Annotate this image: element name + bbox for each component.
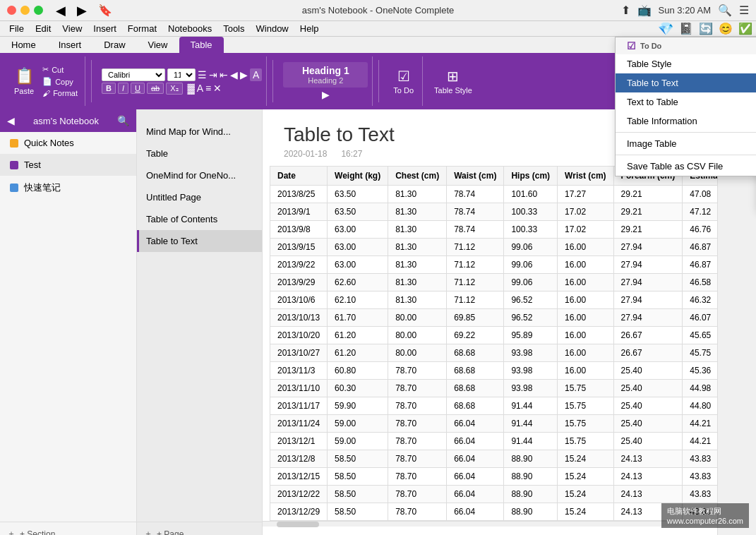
todo-group: ☑ To Do bbox=[385, 56, 423, 106]
submenu-save-csv[interactable]: Save Table as CSV File bbox=[616, 157, 756, 176]
table-cell: 69.85 bbox=[447, 309, 504, 327]
copy-button[interactable]: 📄Copy bbox=[40, 76, 80, 87]
table-cell: 88.90 bbox=[504, 450, 558, 468]
menu-file[interactable]: File bbox=[4, 21, 30, 36]
font-family-select[interactable]: Calibri bbox=[102, 68, 165, 81]
italic-button[interactable]: I bbox=[118, 83, 128, 94]
table-cell: 59.00 bbox=[328, 415, 388, 433]
maximize-button[interactable] bbox=[34, 6, 43, 15]
paste-button[interactable]: 📋 Paste bbox=[10, 64, 38, 98]
back-btn[interactable]: ◀ bbox=[56, 3, 66, 18]
data-table: Date Weight (kg) Chest (cm) Waist (cm) H… bbox=[270, 166, 717, 521]
page-item-tabletotext[interactable]: Table to Text bbox=[137, 230, 262, 252]
notebook-name: asm's Notebook bbox=[33, 116, 99, 126]
page-item-untitled[interactable]: Untitled Page bbox=[137, 186, 262, 208]
heading-expand-icon[interactable]: ▶ bbox=[322, 89, 330, 100]
subscript-button[interactable]: X₂ bbox=[166, 83, 182, 95]
share-btn[interactable]: ⬆ bbox=[621, 4, 630, 17]
table-cell: 58.50 bbox=[328, 468, 388, 486]
font-size-select[interactable]: 11 bbox=[167, 68, 196, 81]
list-icon[interactable]: ☰ bbox=[198, 69, 207, 80]
collapse-sidebar-btn[interactable]: ◀ bbox=[7, 115, 15, 126]
tab-insert[interactable]: Insert bbox=[47, 37, 93, 53]
submenu-table-info[interactable]: Table Information bbox=[616, 112, 756, 131]
table-row: 2013/9/163.5081.3078.74100.3317.0229.214… bbox=[270, 203, 718, 221]
table-cell: 24.13 bbox=[613, 486, 683, 503]
align-right-icon[interactable]: ▶ bbox=[240, 69, 248, 80]
notebook-icon[interactable]: 📓 bbox=[679, 22, 693, 35]
page-item-table[interactable]: Table bbox=[137, 143, 262, 164]
section-item-quicknotes[interactable]: Quick Notes bbox=[0, 132, 136, 154]
menu-edit[interactable]: Edit bbox=[30, 21, 56, 36]
underline-button[interactable]: U bbox=[131, 83, 145, 94]
table-cell: 17.02 bbox=[558, 221, 613, 239]
menu-notebooks[interactable]: Notebooks bbox=[162, 21, 217, 36]
font-color-btn[interactable]: A bbox=[197, 83, 203, 94]
cut-button[interactable]: ✂Cut bbox=[40, 64, 80, 75]
align-left-icon[interactable]: ◀ bbox=[230, 69, 238, 80]
sync-icon[interactable]: 🔄 bbox=[699, 22, 713, 35]
submenu-table-to-text[interactable]: Table to Text bbox=[616, 73, 756, 92]
add-page-btn[interactable]: ＋ + Page bbox=[137, 522, 262, 535]
tab-view[interactable]: View bbox=[137, 37, 179, 53]
indent-icon[interactable]: ⇥ bbox=[209, 69, 217, 80]
table-cell: 16.00 bbox=[558, 291, 613, 309]
tab-draw[interactable]: Draw bbox=[92, 37, 136, 53]
menu-help[interactable]: Help bbox=[294, 21, 325, 36]
table-submenu-outer: ☑ To Do Table Style Table to Text Text t… bbox=[615, 37, 756, 176]
align-center-btn[interactable]: ≡ bbox=[205, 83, 211, 94]
close-button[interactable] bbox=[7, 6, 16, 15]
table-style-button[interactable]: ⊞ Table Style bbox=[430, 65, 476, 97]
table-cell: 29.21 bbox=[613, 221, 683, 239]
menu-format[interactable]: Format bbox=[122, 21, 162, 36]
table-cell: 16.00 bbox=[558, 309, 613, 327]
search-icon[interactable]: 🔍 bbox=[718, 4, 732, 17]
section-label-test: Test bbox=[24, 160, 41, 170]
outdent-icon[interactable]: ⇤ bbox=[220, 69, 228, 80]
section-dot-quicknotes-cn bbox=[10, 184, 18, 192]
submenu-image-table[interactable]: Image Table bbox=[616, 134, 756, 153]
table-cell: 60.80 bbox=[328, 362, 388, 380]
heading-group: Heading 1 Heading 2 ▶ bbox=[279, 56, 373, 106]
check-icon[interactable]: ✅ bbox=[738, 22, 752, 35]
table-cell: 43.83 bbox=[683, 450, 717, 468]
submenu-table-style[interactable]: Table Style bbox=[616, 54, 756, 73]
heading-preview[interactable]: Heading 1 Heading 2 bbox=[283, 62, 368, 88]
clear-format-btn[interactable]: ✕ bbox=[213, 83, 222, 94]
forward-btn[interactable]: ▶ bbox=[77, 3, 87, 18]
search-notebook-btn[interactable]: 🔍 bbox=[117, 115, 129, 126]
page-item-toc[interactable]: Table of Contents bbox=[137, 208, 262, 230]
menu-window[interactable]: Window bbox=[251, 21, 294, 36]
add-section-btn[interactable]: ＋ + Section bbox=[0, 522, 136, 535]
tab-home[interactable]: Home bbox=[0, 37, 47, 53]
table-row: 2013/10/662.1081.3071.1296.5216.0027.944… bbox=[270, 291, 718, 309]
todo-button[interactable]: ☑ To Do bbox=[389, 65, 418, 97]
scrollbar-thumb[interactable] bbox=[277, 522, 319, 527]
menu-view[interactable]: View bbox=[56, 21, 88, 36]
hamburger-icon[interactable]: ☰ bbox=[739, 4, 749, 17]
horizontal-scrollbar[interactable] bbox=[263, 521, 717, 527]
page-item-onemind[interactable]: OneMind for OneNo... bbox=[137, 164, 262, 186]
bookmark-btn[interactable]: 🔖 bbox=[98, 4, 112, 17]
table-cell: 29.21 bbox=[613, 186, 683, 203]
submenu-text-to-table[interactable]: Text to Table bbox=[616, 92, 756, 112]
tab-table[interactable]: Table bbox=[179, 37, 224, 53]
watermark-line1: 电脑软件教程网 bbox=[667, 506, 743, 517]
section-item-test[interactable]: Test bbox=[0, 154, 136, 176]
format-button[interactable]: 🖌Format bbox=[40, 88, 80, 98]
page-item-mindmap[interactable]: Mind Map for Wind... bbox=[137, 121, 262, 143]
clock: Sun 3:20 AM bbox=[659, 5, 711, 16]
table-cell: 61.70 bbox=[328, 309, 388, 327]
text-highlight-btn[interactable]: ▓ bbox=[188, 83, 195, 94]
highlight-icon[interactable]: A bbox=[250, 68, 262, 81]
section-item-quicknotes-cn[interactable]: 快速笔记 bbox=[0, 176, 136, 200]
table-cell: 93.98 bbox=[504, 362, 558, 380]
heading1-preview: Heading 1 bbox=[302, 65, 349, 76]
menu-tools[interactable]: Tools bbox=[217, 21, 250, 36]
menu-insert[interactable]: Insert bbox=[88, 21, 122, 36]
emoji-icon[interactable]: 😊 bbox=[719, 22, 733, 35]
strikethrough-button[interactable]: ab bbox=[147, 83, 164, 94]
airplay-btn[interactable]: 📺 bbox=[637, 4, 652, 17]
minimize-button[interactable] bbox=[20, 6, 30, 15]
bold-button[interactable]: B bbox=[102, 83, 116, 94]
